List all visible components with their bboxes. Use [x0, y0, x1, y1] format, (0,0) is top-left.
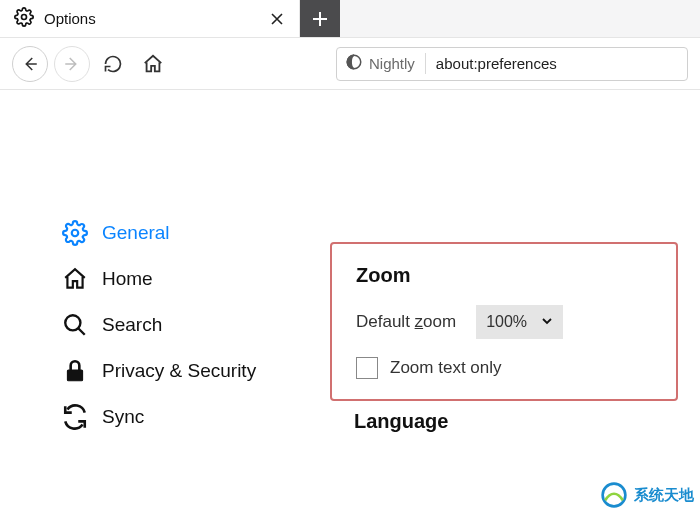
chevron-down-icon: [541, 313, 553, 331]
close-icon[interactable]: [269, 11, 285, 27]
back-button[interactable]: [12, 46, 48, 82]
sidebar-item-home[interactable]: Home: [54, 256, 330, 302]
new-tab-button[interactable]: [300, 0, 340, 37]
globe-icon: [600, 481, 628, 509]
nightly-icon: [345, 53, 363, 74]
reload-button[interactable]: [96, 47, 130, 81]
preferences-content: General Home Search Privacy & Security: [0, 90, 700, 513]
zoom-text-only-label: Zoom text only: [390, 358, 502, 378]
watermark-text: 系统天地: [634, 486, 694, 505]
navigation-toolbar: Nightly: [0, 38, 700, 90]
forward-button[interactable]: [54, 46, 90, 82]
sidebar-item-label: Home: [102, 268, 153, 290]
tab-strip: Options: [0, 0, 700, 38]
sidebar-item-label: Sync: [102, 406, 144, 428]
zoom-heading: Zoom: [356, 264, 652, 287]
preferences-main: Zoom Default zoom 100% Zoom text only La…: [330, 90, 700, 513]
gear-icon: [62, 220, 88, 246]
home-icon: [62, 266, 88, 292]
lock-icon: [62, 358, 88, 384]
sync-icon: [62, 404, 88, 430]
url-bar[interactable]: Nightly: [336, 47, 688, 81]
sidebar-item-search[interactable]: Search: [54, 302, 330, 348]
home-button[interactable]: [136, 47, 170, 81]
default-zoom-value: 100%: [486, 313, 527, 331]
identity-label: Nightly: [369, 55, 415, 72]
identity-box[interactable]: Nightly: [345, 53, 426, 74]
zoom-text-only-checkbox[interactable]: [356, 357, 378, 379]
default-zoom-select[interactable]: 100%: [476, 305, 563, 339]
sidebar-item-label: Search: [102, 314, 162, 336]
sidebar-item-label: General: [102, 222, 170, 244]
svg-point-3: [65, 315, 80, 330]
svg-rect-4: [67, 370, 82, 381]
search-icon: [62, 312, 88, 338]
language-heading: Language: [354, 410, 448, 433]
tab-options[interactable]: Options: [0, 0, 300, 37]
url-input[interactable]: [436, 55, 679, 72]
default-zoom-label: Default zoom: [356, 312, 456, 332]
zoom-section: Zoom Default zoom 100% Zoom text only: [330, 242, 678, 401]
watermark: 系统天地: [600, 481, 694, 509]
sidebar-item-general[interactable]: General: [54, 210, 330, 256]
sidebar-item-sync[interactable]: Sync: [54, 394, 330, 440]
sidebar-item-privacy[interactable]: Privacy & Security: [54, 348, 330, 394]
gear-icon: [14, 7, 34, 31]
preferences-sidebar: General Home Search Privacy & Security: [0, 90, 330, 513]
svg-point-0: [22, 14, 27, 19]
sidebar-item-label: Privacy & Security: [102, 360, 256, 382]
tab-title: Options: [44, 10, 96, 27]
svg-point-2: [72, 230, 79, 237]
